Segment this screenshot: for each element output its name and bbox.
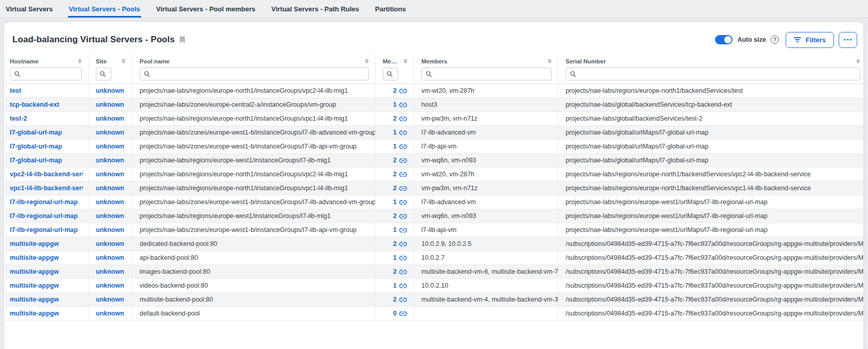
site-link[interactable]: unknown — [96, 254, 127, 261]
link-icon[interactable] — [399, 241, 407, 247]
table-row[interactable]: l7-ilb-regional-url-map unknown projects… — [6, 195, 863, 209]
link-icon[interactable] — [399, 269, 407, 275]
filters-button[interactable]: Filters — [786, 32, 834, 48]
member-count-link[interactable]: 1 — [393, 129, 407, 136]
hostname-link[interactable]: multisite-appgw — [10, 268, 59, 275]
table-row[interactable]: l7-global-url-map unknown projects/nae-l… — [6, 140, 863, 154]
tab-partitions[interactable]: Partitions — [374, 0, 407, 18]
link-icon[interactable] — [399, 297, 407, 303]
site-link[interactable]: unknown — [96, 171, 127, 178]
hostname-link[interactable]: multisite-appgw — [10, 240, 59, 247]
site-link[interactable]: unknown — [96, 310, 127, 317]
member-count-link[interactable]: 2 — [393, 115, 407, 122]
link-icon[interactable] — [399, 186, 407, 191]
site-link[interactable]: unknown — [96, 185, 127, 192]
link-icon[interactable] — [399, 311, 407, 317]
hostname-link[interactable]: tcp-backend-ext — [10, 101, 59, 108]
hostname-link[interactable]: multisite-appgw — [10, 282, 59, 289]
table-row[interactable]: multisite-appgw unknown videos-backend-p… — [6, 279, 863, 293]
search-input-members[interactable] — [421, 68, 552, 80]
link-icon[interactable] — [399, 227, 407, 233]
member-count-link[interactable]: 2 — [393, 87, 407, 94]
link-icon[interactable] — [399, 144, 407, 149]
table-row[interactable]: vpc1-l4-ilb-backend-service unknown proj… — [6, 181, 863, 195]
hostname-link[interactable]: multisite-appgw — [10, 310, 59, 317]
help-icon[interactable]: ? — [771, 36, 779, 44]
member-count-link[interactable]: 0 — [393, 310, 407, 317]
hostname-link[interactable]: test-2 — [10, 115, 27, 122]
member-count-link[interactable]: 2 — [393, 268, 407, 275]
member-count-link[interactable]: 1 — [393, 198, 407, 206]
member-count-link[interactable]: 2 — [393, 212, 407, 220]
table-row[interactable]: multisite-appgw unknown api-backend-pool… — [6, 251, 863, 265]
table-row[interactable]: tcp-backend-ext unknown projects/nae-lab… — [6, 98, 863, 112]
link-icon[interactable] — [399, 130, 407, 136]
site-link[interactable]: unknown — [96, 198, 127, 206]
search-input-member_count[interactable] — [383, 68, 398, 80]
hostname-link[interactable]: l7-global-url-map — [10, 129, 62, 136]
member-count-link[interactable]: 1 — [393, 101, 407, 108]
bookmark-icon[interactable] — [179, 36, 185, 44]
member-count-link[interactable]: 2 — [393, 240, 407, 247]
tab-virtual-servers-pools[interactable]: Virtual Servers - Pools — [68, 0, 142, 18]
sort-icon[interactable] — [856, 59, 860, 63]
site-link[interactable]: unknown — [96, 129, 127, 136]
tab-virtual-servers[interactable]: Virtual Servers — [5, 0, 54, 18]
member-count-link[interactable]: 2 — [393, 296, 407, 303]
table-row[interactable]: l7-global-url-map unknown projects/nae-l… — [6, 154, 863, 168]
site-link[interactable]: unknown — [96, 115, 127, 122]
hostname-link[interactable]: l7-global-url-map — [10, 143, 62, 150]
sort-icon[interactable] — [122, 59, 126, 63]
table-row[interactable]: l7-ilb-regional-url-map unknown projects… — [6, 223, 863, 237]
table-row[interactable]: test unknown projects/nae-labs/regions/e… — [6, 84, 863, 98]
hostname-link[interactable]: multisite-appgw — [10, 296, 59, 303]
hostname-link[interactable]: vpc2-l4-ilb-backend-service — [10, 171, 83, 178]
site-link[interactable]: unknown — [96, 240, 127, 247]
member-count-link[interactable]: 1 — [393, 226, 407, 234]
site-link[interactable]: unknown — [96, 143, 127, 150]
site-link[interactable]: unknown — [96, 101, 127, 108]
search-input-pool_name[interactable] — [140, 68, 369, 80]
table-row[interactable]: test-2 unknown projects/nae-labs/regions… — [6, 112, 863, 126]
site-link[interactable]: unknown — [96, 268, 127, 275]
site-link[interactable]: unknown — [96, 157, 127, 164]
table-row[interactable]: multisite-appgw unknown default-backend-… — [6, 307, 863, 321]
member-count-link[interactable]: 2 — [393, 157, 407, 164]
table-row[interactable]: multisite-appgw unknown images-backend-p… — [6, 265, 863, 279]
hostname-link[interactable]: vpc1-l4-ilb-backend-service — [10, 185, 83, 192]
table-row[interactable]: multisite-appgw unknown dedicated-backen… — [6, 237, 863, 251]
hostname-link[interactable]: l7-ilb-regional-url-map — [10, 198, 78, 206]
table-row[interactable]: l7-ilb-regional-url-map unknown projects… — [6, 209, 863, 223]
hostname-link[interactable]: l7-ilb-regional-url-map — [10, 226, 78, 234]
sort-icon[interactable] — [78, 59, 82, 63]
table-row[interactable]: vpc2-l4-ilb-backend-service unknown proj… — [6, 168, 863, 181]
member-count-link[interactable]: 2 — [393, 171, 407, 178]
member-count-link[interactable]: 1 — [393, 282, 407, 289]
link-icon[interactable] — [399, 213, 407, 219]
search-input-serial_number[interactable] — [566, 68, 860, 80]
more-options-button[interactable] — [839, 32, 857, 48]
member-count-link[interactable]: 1 — [393, 254, 407, 261]
site-link[interactable]: unknown — [96, 87, 127, 94]
link-icon[interactable] — [399, 102, 407, 108]
sort-icon[interactable] — [548, 59, 552, 63]
site-link[interactable]: unknown — [96, 282, 127, 289]
hostname-link[interactable]: multisite-appgw — [10, 254, 59, 261]
hostname-link[interactable]: l7-ilb-regional-url-map — [10, 212, 78, 220]
table-row[interactable]: multisite-appgw unknown multisite-backen… — [6, 293, 863, 307]
site-link[interactable]: unknown — [96, 212, 127, 220]
hostname-link[interactable]: l7-global-url-map — [10, 157, 62, 164]
sort-icon[interactable] — [365, 59, 369, 63]
search-input-site[interactable] — [96, 68, 111, 80]
link-icon[interactable] — [399, 283, 407, 289]
link-icon[interactable] — [399, 88, 407, 94]
tab-virtual-servers-pool-members[interactable]: Virtual Servers - Pool members — [155, 0, 257, 18]
auto-size-toggle[interactable] — [715, 35, 733, 44]
member-count-link[interactable]: 2 — [393, 185, 407, 192]
site-link[interactable]: unknown — [96, 296, 127, 303]
hostname-link[interactable]: test — [10, 87, 21, 94]
member-count-link[interactable]: 1 — [393, 143, 407, 150]
link-icon[interactable] — [399, 158, 407, 163]
tab-virtual-servers-path-rules[interactable]: Virtual Servers - Path Rules — [270, 0, 360, 18]
site-link[interactable]: unknown — [96, 226, 127, 234]
